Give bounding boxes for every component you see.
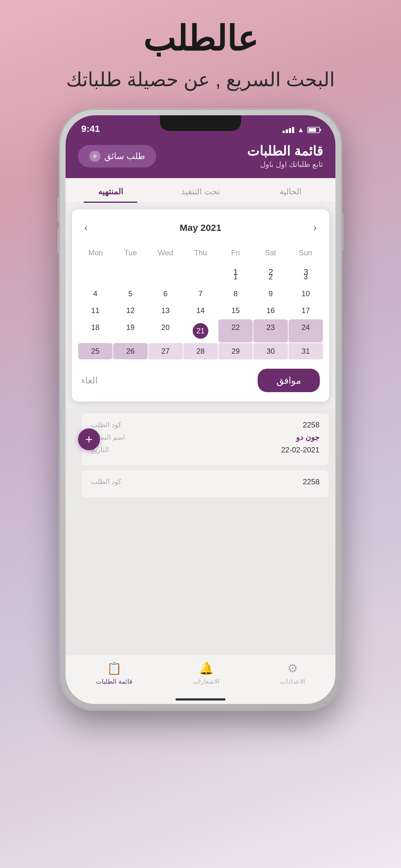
- notch: [160, 115, 241, 131]
- cal-day-tue: Tue: [113, 246, 148, 260]
- order-code-label-2: كود الطلب: [91, 478, 121, 486]
- nav-notifications[interactable]: 🔔 الاشعارات: [193, 661, 220, 685]
- calendar-header: ‹ May 2021 ›: [78, 219, 323, 237]
- order-row-date: 22-02-2021 التاريخ: [91, 445, 320, 454]
- status-icons: ▲: [282, 126, 320, 134]
- cal-days-header: Mon Tue Wed Thu Fri Sat Sun: [78, 246, 323, 260]
- order-row-driver: جون دو اسم السائق: [91, 433, 320, 442]
- add-driver-button[interactable]: طلب سائق +: [78, 145, 156, 167]
- cal-day-14[interactable]: 14: [183, 303, 218, 319]
- cal-day-wed: Wed: [148, 246, 183, 260]
- settings-icon: ⚙: [287, 661, 298, 675]
- tabs-bar: الحالية تحت التنفيذ المنتهيه: [66, 178, 335, 203]
- cal-day-8[interactable]: 8: [218, 286, 253, 302]
- cal-day-5[interactable]: 5: [113, 286, 147, 302]
- cal-day-22[interactable]: 22: [218, 319, 253, 342]
- order-driver-value-1: جون دو: [296, 433, 320, 442]
- battery-icon: [307, 127, 320, 133]
- cal-day-29[interactable]: 29: [218, 343, 253, 359]
- home-indicator: [66, 694, 335, 704]
- nav-orders[interactable]: 📋 قائمة الطلبات: [96, 661, 132, 685]
- cal-empty: [78, 269, 112, 285]
- order-card-1: 2258 كود الطلب جون دو اسم السائق 22-02-2…: [81, 413, 329, 466]
- cal-day-3[interactable]: 3: [289, 269, 323, 285]
- tab-current[interactable]: الحالية: [245, 178, 335, 203]
- phone-screen: 9:41 ▲ قائمة الطلبات تابع طلباتك اول باو…: [66, 115, 335, 704]
- nav-settings-label: الاعدادات: [280, 678, 305, 685]
- cal-confirm-button[interactable]: موافق: [258, 369, 320, 392]
- plus-icon: +: [89, 151, 101, 162]
- nav-orders-label: قائمة الطلبات: [96, 678, 132, 685]
- cal-day-sun: Sun: [288, 246, 323, 260]
- cal-empty: [183, 269, 218, 285]
- cal-day-4[interactable]: 4: [78, 286, 112, 302]
- cal-day-mon: Mon: [78, 246, 113, 260]
- cal-empty: [113, 269, 147, 285]
- order-date-value-1: 22-02-2021: [281, 445, 320, 454]
- cal-day-16[interactable]: 16: [253, 303, 288, 319]
- home-bar: [175, 698, 226, 701]
- header-text: قائمة الطلبات تابع طلباتك اول باول: [247, 144, 323, 169]
- order-row-code: 2258 كود الطلب: [91, 421, 320, 429]
- orders-icon: 📋: [107, 661, 122, 675]
- cal-next-button[interactable]: ›: [310, 219, 320, 237]
- cal-empty: [148, 269, 183, 285]
- cal-day-23[interactable]: 23: [253, 319, 288, 342]
- cal-day-fri: Fri: [218, 246, 253, 260]
- cal-day-25[interactable]: 25: [78, 343, 112, 359]
- order-card-container-2: 2258 كود الطلب: [81, 470, 329, 498]
- cal-day-19[interactable]: 19: [113, 319, 147, 342]
- nav-settings[interactable]: ⚙ الاعدادات: [280, 661, 305, 685]
- cal-day-18[interactable]: 18: [78, 319, 112, 342]
- volume-down-button: [58, 228, 60, 253]
- order-card-2: 2258 كود الطلب: [81, 470, 329, 498]
- cal-day-6[interactable]: 6: [148, 286, 183, 302]
- cal-day-31[interactable]: 31: [289, 343, 323, 359]
- status-time: 9:41: [81, 123, 100, 134]
- cal-day-9[interactable]: 9: [253, 286, 288, 302]
- bottom-nav: ⚙ الاعدادات 🔔 الاشعارات 📋 قائمة الطلبات: [66, 655, 335, 694]
- cal-day-10[interactable]: 10: [289, 286, 323, 302]
- page-subtitle: البحث السريع , عن حصيلة طلباتك: [66, 68, 335, 91]
- phone-mockup: 9:41 ▲ قائمة الطلبات تابع طلباتك اول باو…: [60, 110, 341, 710]
- header-title: قائمة الطلبات: [247, 144, 323, 159]
- cal-day-17[interactable]: 17: [289, 303, 323, 319]
- cal-day-26[interactable]: 26: [113, 343, 147, 359]
- order-code-label-1: كود الطلب: [91, 421, 121, 429]
- app-header: قائمة الطلبات تابع طلباتك اول باول طلب س…: [66, 137, 335, 178]
- cal-day-21[interactable]: 21: [183, 319, 218, 342]
- cal-day-2[interactable]: 2: [253, 269, 288, 285]
- nav-notifications-label: الاشعارات: [193, 678, 220, 685]
- tab-finished[interactable]: المنتهيه: [66, 178, 156, 203]
- bell-icon: 🔔: [199, 661, 213, 675]
- cal-cancel-button[interactable]: الغاء: [81, 375, 98, 385]
- cal-day-thu: Thu: [183, 246, 218, 260]
- cal-day-7[interactable]: 7: [183, 286, 218, 302]
- add-button-label: طلب سائق: [104, 151, 145, 161]
- cal-day-11[interactable]: 11: [78, 303, 112, 319]
- power-button: [341, 213, 343, 250]
- cal-day-27[interactable]: 27: [148, 343, 183, 359]
- cal-day-12[interactable]: 12: [113, 303, 147, 319]
- order-row-code-2: 2258 كود الطلب: [91, 477, 320, 486]
- tab-in-progress[interactable]: تحت التنفيذ: [156, 178, 245, 203]
- cal-day-15[interactable]: 15: [218, 303, 253, 319]
- cal-day-24[interactable]: 24: [289, 319, 323, 342]
- cal-footer: موافق الغاء: [78, 369, 323, 392]
- page-title: عالطلب: [143, 19, 258, 59]
- cal-day-1[interactable]: 1: [218, 269, 253, 285]
- cal-day-20[interactable]: 20: [148, 319, 183, 342]
- cal-day-30[interactable]: 30: [253, 343, 288, 359]
- volume-up-button: [58, 197, 60, 222]
- cal-month-title: May 2021: [179, 222, 221, 233]
- cal-day-sat: Sat: [253, 246, 288, 260]
- order-code-value-2: 2258: [303, 477, 320, 486]
- wifi-icon: ▲: [297, 126, 304, 134]
- header-subtitle: تابع طلباتك اول باول: [247, 160, 323, 169]
- order-code-value-1: 2258: [303, 421, 320, 429]
- cal-day-13[interactable]: 13: [148, 303, 183, 319]
- cal-day-28[interactable]: 28: [183, 343, 218, 359]
- cal-prev-button[interactable]: ‹: [81, 219, 91, 237]
- fab-add-button[interactable]: +: [78, 428, 100, 450]
- cal-grid-rebuilt: 1 2 3 4 5 6 7 8 9 10 11 12 13 14 15 16 1…: [78, 269, 323, 359]
